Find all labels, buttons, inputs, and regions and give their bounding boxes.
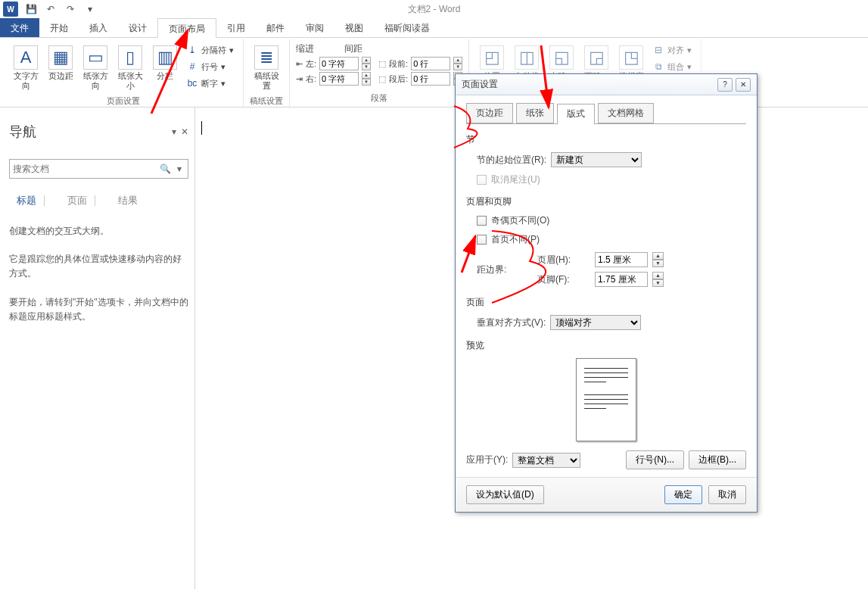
ribbon-tabs: 文件 开始 插入 设计 页面布局 引用 邮件 审阅 视图 福昕阅读器 (0, 18, 868, 38)
nav-help-text-2: 它是跟踪您的具体位置或快速移动内容的好方式。 (9, 252, 188, 281)
tab-references[interactable]: 引用 (216, 18, 256, 37)
footer-dist-input[interactable] (595, 272, 648, 287)
manuscript-button[interactable]: ≣稿纸设置 (250, 42, 283, 94)
window-title: 文档2 - Word (408, 3, 461, 16)
tab-home[interactable]: 开始 (39, 18, 79, 37)
qat-customize[interactable]: ▾ (82, 1, 98, 17)
orientation-label: 纸张方向 (80, 71, 110, 91)
indent-left-input[interactable] (319, 57, 359, 70)
dialog-help-button[interactable]: ? (717, 78, 733, 92)
spin-up[interactable]: ▲ (362, 72, 371, 79)
first-page-checkbox[interactable] (477, 235, 487, 245)
header-dist-input[interactable] (595, 252, 648, 267)
spin-up[interactable]: ▲ (652, 252, 664, 260)
nav-tab-headings[interactable]: 标题 (9, 191, 44, 210)
odd-even-label: 奇偶页不同(O) (491, 214, 549, 227)
nav-dropdown-icon[interactable]: ▾ (172, 126, 176, 137)
preview-title: 预览 (466, 339, 746, 352)
cancel-button[interactable]: 取消 (708, 485, 746, 504)
spin-down[interactable]: ▼ (652, 279, 664, 287)
nav-tab-results[interactable]: 结果 (110, 191, 145, 210)
align-button: ⊟对齐 ▾ (649, 42, 695, 58)
valign-select[interactable]: 顶端对齐 (550, 315, 641, 330)
save-button[interactable]: 💾 (23, 1, 39, 17)
line-numbers-button[interactable]: #行号 ▾ (183, 59, 237, 74)
nav-tab-pages[interactable]: 页面 (60, 191, 95, 210)
navigation-pane: 导航 ▾ ✕ 🔍 ▾ 标题 页面 结果 创建文档的交互式大纲。 它是跟踪您的具体… (0, 108, 195, 589)
apply-to-label: 应用于(Y): (466, 453, 508, 466)
dialog-close-button[interactable]: ✕ (736, 78, 751, 92)
tab-view[interactable]: 视图 (334, 18, 374, 37)
tab-review[interactable]: 审阅 (295, 18, 334, 37)
indent-right-label: 右: (306, 73, 316, 85)
margins-label: 页边距 (48, 71, 73, 81)
search-dropdown-icon[interactable]: ▾ (174, 164, 185, 174)
undo-button[interactable]: ↶ (42, 1, 59, 17)
ok-button[interactable]: 确定 (664, 485, 702, 504)
dialog-tab-paper[interactable]: 纸张 (516, 103, 554, 123)
tab-file[interactable]: 文件 (0, 18, 39, 37)
spin-up[interactable]: ▲ (453, 57, 462, 64)
dialog-tab-margins[interactable]: 页边距 (466, 103, 513, 123)
spin-up[interactable]: ▲ (652, 272, 664, 279)
dialog-title: 页面设置 (462, 78, 714, 91)
columns-button[interactable]: ▥分栏 (148, 42, 182, 84)
line-numbers-dialog-button[interactable]: 行号(N)... (626, 450, 684, 469)
align-label: 对齐 (667, 45, 684, 56)
section-start-select[interactable]: 新建页 (551, 152, 642, 167)
nav-close-icon[interactable]: ✕ (181, 126, 188, 137)
space-before-label: 段前: (389, 58, 408, 70)
space-after-input[interactable] (411, 72, 450, 86)
nav-title: 导航 (9, 123, 36, 141)
indent-right-input[interactable] (319, 72, 359, 86)
space-before-input[interactable] (411, 57, 450, 70)
redo-button[interactable]: ↷ (62, 1, 79, 17)
footer-dist-label: 页脚(F): (537, 273, 590, 286)
margins-button[interactable]: ▦页边距 (44, 42, 77, 84)
search-icon[interactable]: 🔍 (157, 164, 174, 174)
indent-left-label: 左: (306, 58, 316, 70)
breaks-button[interactable]: ⤓分隔符 ▾ (183, 42, 237, 58)
tab-page-layout[interactable]: 页面布局 (157, 18, 216, 38)
size-button[interactable]: ▯纸张大小 (114, 42, 147, 94)
valign-label: 垂直对齐方式(V): (477, 316, 546, 329)
orientation-button[interactable]: ▭纸张方向 (79, 42, 112, 94)
group-button: ⧉组合 ▾ (649, 59, 695, 74)
page-section-title: 页面 (466, 296, 746, 309)
nav-help-text-3: 要开始，请转到"开始"选项卡，并向文档中的标题应用标题样式。 (9, 295, 188, 324)
from-edge-label: 距边界: (477, 263, 522, 276)
section-start-label: 节的起始位置(R): (477, 154, 546, 167)
text-direction-button[interactable]: A文字方向 (9, 42, 42, 94)
hyphen-label: 断字 (201, 78, 218, 89)
borders-dialog-button[interactable]: 边框(B)... (689, 450, 746, 469)
header-footer-title: 页眉和页脚 (466, 195, 746, 208)
group-paragraph-label: 段落 (296, 91, 462, 107)
set-default-button[interactable]: 设为默认值(D) (466, 485, 544, 504)
indent-title: 缩进 (296, 42, 314, 55)
nav-search-box[interactable]: 🔍 ▾ (9, 159, 188, 179)
dialog-tab-layout[interactable]: 版式 (557, 104, 595, 124)
hyphenation-button[interactable]: bc断字 ▾ (183, 76, 237, 91)
tab-insert[interactable]: 插入 (79, 18, 118, 37)
apply-to-select[interactable]: 整篇文档 (512, 453, 580, 468)
spin-down[interactable]: ▼ (362, 79, 371, 86)
line-num-label: 行号 (201, 61, 218, 73)
space-after-label: 段后: (389, 73, 408, 85)
tab-design[interactable]: 设计 (118, 18, 157, 37)
first-page-label: 首页不同(P) (491, 233, 540, 246)
word-app-icon: W (3, 2, 18, 17)
tab-mailings[interactable]: 邮件 (256, 18, 295, 37)
search-input[interactable] (13, 164, 157, 174)
spin-up[interactable]: ▲ (362, 57, 371, 64)
spin-down[interactable]: ▼ (652, 260, 664, 267)
spin-down[interactable]: ▼ (453, 64, 462, 70)
page-setup-dialog: 页面设置 ? ✕ 页边距 纸张 版式 文档网格 节 节的起始位置(R): 新建页… (455, 73, 758, 513)
text-direction-label: 文字方向 (11, 71, 41, 91)
spacing-title: 间距 (344, 42, 362, 55)
preview-thumbnail (576, 358, 636, 441)
group-btn-label: 组合 (667, 61, 684, 73)
spin-down[interactable]: ▼ (362, 64, 371, 70)
odd-even-checkbox[interactable] (477, 216, 487, 226)
tab-foxit-reader[interactable]: 福昕阅读器 (374, 18, 440, 37)
dialog-tab-grid[interactable]: 文档网格 (598, 103, 654, 123)
